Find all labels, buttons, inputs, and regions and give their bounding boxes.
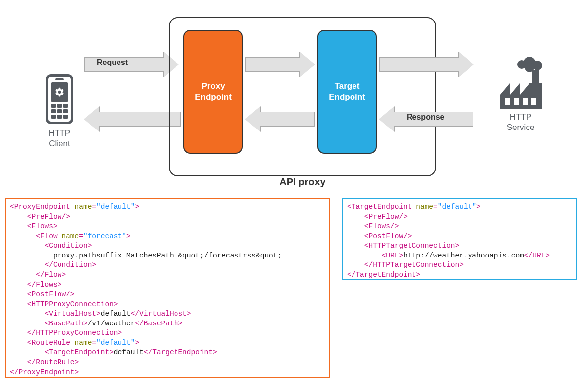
svg-rect-10	[505, 98, 510, 105]
svg-rect-9	[529, 83, 542, 96]
arrow-proxy-to-target	[245, 52, 315, 77]
proxy-endpoint-xml: <ProxyEndpoint name="default"> <PreFlow/…	[5, 198, 330, 378]
target-endpoint-box: TargetEndpoint	[317, 30, 377, 154]
proxy-endpoint-box: ProxyEndpoint	[183, 30, 243, 154]
api-proxy-label: API proxy	[169, 176, 436, 188]
http-service-label: HTTPService	[486, 112, 555, 133]
svg-marker-6	[500, 83, 510, 95]
api-proxy-diagram: HTTPClient Request API proxy	[0, 0, 588, 189]
arrow-target-to-proxy	[245, 107, 315, 131]
arrow-response-to-client	[84, 107, 181, 131]
request-label: Request	[97, 58, 128, 67]
target-endpoint-xml: <TargetEndpoint name="default"> <PreFlow…	[342, 198, 577, 280]
arrow-to-service	[379, 52, 473, 77]
gear-icon	[54, 87, 65, 98]
svg-marker-8	[520, 83, 529, 95]
svg-rect-12	[523, 98, 528, 105]
factory-icon	[491, 54, 550, 113]
svg-rect-11	[514, 98, 519, 105]
phone-icon	[46, 74, 73, 124]
response-label: Response	[407, 113, 444, 122]
http-client-label: HTTPClient	[35, 128, 84, 149]
svg-marker-7	[510, 83, 520, 95]
svg-rect-13	[531, 98, 536, 105]
